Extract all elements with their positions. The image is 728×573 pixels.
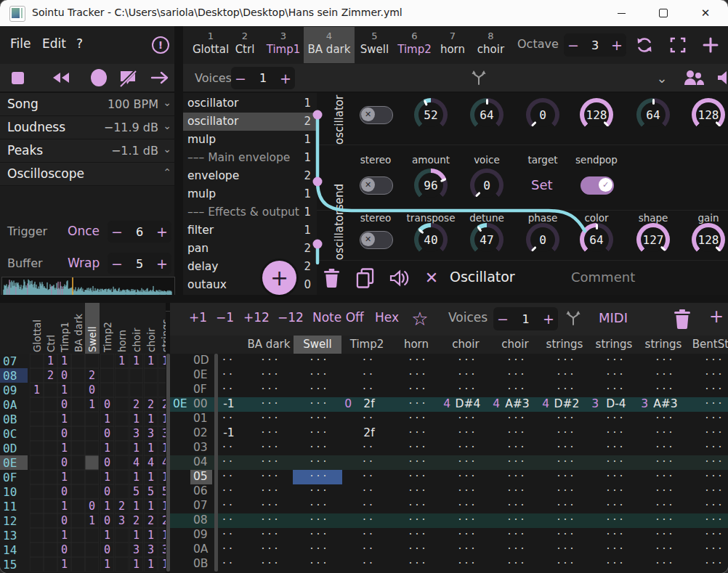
note-track-header-choir[interactable]: choir <box>490 338 540 351</box>
order-cell[interactable]: 1 <box>158 499 166 513</box>
note-empty-cell[interactable]: ··· <box>551 441 583 454</box>
note-empty-cell[interactable]: ··· <box>403 354 434 367</box>
order-cell[interactable] <box>115 557 129 572</box>
order-row-id[interactable]: 14 <box>0 542 28 557</box>
order-column-header-ba dark[interactable]: BA dark <box>71 304 86 352</box>
order-cell[interactable] <box>100 354 114 368</box>
order-cell[interactable]: 2 <box>158 397 166 412</box>
note-empty-cell[interactable]: ··· <box>304 557 336 570</box>
order-cell[interactable]: 1 <box>115 354 129 368</box>
note-empty-cell[interactable]: ··· <box>304 397 336 410</box>
order-cell[interactable]: 1 <box>144 412 158 426</box>
order-column-header-glottal[interactable]: Glottal <box>30 304 44 352</box>
order-cell[interactable]: 1 <box>144 499 158 513</box>
order-cell[interactable] <box>85 455 99 470</box>
order-cell[interactable]: 0 <box>57 542 71 557</box>
note-row-number[interactable]: 06 <box>193 484 208 497</box>
order-cell[interactable] <box>44 470 57 484</box>
order-column-header-swell[interactable]: Swell <box>85 304 100 352</box>
order-row-id[interactable]: 0B <box>0 412 28 426</box>
note-empty-cell[interactable]: ··· <box>650 368 682 381</box>
order-cell[interactable] <box>71 441 85 455</box>
order-cell[interactable]: 4 <box>158 455 166 470</box>
order-cell[interactable] <box>71 426 85 441</box>
order-cell[interactable] <box>30 354 44 368</box>
order-cell[interactable] <box>71 412 85 426</box>
order-cell[interactable] <box>85 542 99 557</box>
order-cell[interactable] <box>44 412 57 426</box>
knob-value-64[interactable]: 64 <box>470 98 503 131</box>
order-cell[interactable] <box>30 499 44 513</box>
order-column-header-choir[interactable]: choir <box>129 304 144 352</box>
order-row-id[interactable]: 12 <box>0 513 28 528</box>
order-cell[interactable] <box>44 484 57 499</box>
order-row-id[interactable]: 09 <box>0 383 28 397</box>
order-cell[interactable]: 0 <box>57 484 71 499</box>
chevron-down-icon[interactable]: ⌄ <box>163 143 171 155</box>
order-cell[interactable]: 1 <box>144 470 158 484</box>
track-tab-timp2[interactable]: 6Timp2 <box>395 27 434 63</box>
order-cell[interactable]: 1 <box>158 470 166 484</box>
order-cell[interactable]: 1 <box>100 441 114 455</box>
note-empty-cell[interactable]: ··· <box>304 528 336 541</box>
order-cell[interactable] <box>71 455 85 470</box>
order-cell[interactable]: 5 <box>129 484 143 499</box>
order-cell[interactable] <box>44 441 57 455</box>
panel-row-peaks[interactable]: Peaks−1.1 dB⌄ <box>0 139 174 163</box>
order-cell[interactable]: 3 <box>158 426 166 441</box>
note-row-number[interactable]: 04 <box>193 455 208 468</box>
order-cell[interactable] <box>85 484 99 499</box>
note-row-number[interactable]: 02 <box>193 426 208 439</box>
order-cell[interactable]: 0 <box>100 397 114 412</box>
order-cell[interactable]: 0 <box>100 426 114 441</box>
unit-comment-input[interactable]: Comment <box>571 269 635 285</box>
trigger-plus-button[interactable]: + <box>153 224 171 240</box>
note-empty-cell[interactable]: ··· <box>501 383 533 396</box>
note-row-number[interactable]: 05 <box>193 470 208 483</box>
unit-list-item-2[interactable]: mulp1 <box>183 131 317 149</box>
note-value[interactable]: D#4 <box>452 397 484 410</box>
note-value[interactable]: 2f <box>353 397 385 410</box>
order-cell[interactable]: 1 <box>158 441 166 455</box>
order-cell[interactable] <box>30 397 44 412</box>
order-cell[interactable]: 1 <box>57 354 71 368</box>
note-empty-cell[interactable]: ··· <box>650 528 682 541</box>
note-value[interactable]: D#2 <box>551 397 583 410</box>
toggle-stereo[interactable]: ✕ <box>360 176 393 195</box>
track-tab-horn[interactable]: 7horn <box>434 27 471 63</box>
pattern-button-+1[interactable]: +1 <box>189 310 207 325</box>
note-track-header-strings[interactable]: strings <box>589 338 639 351</box>
order-cell[interactable] <box>30 542 44 557</box>
order-cell[interactable]: 1 <box>100 499 114 513</box>
order-cell[interactable] <box>30 455 44 470</box>
note-empty-cell[interactable]: ··· <box>600 426 632 439</box>
note-row-number[interactable]: 0B <box>193 557 209 570</box>
order-cell[interactable] <box>85 354 99 368</box>
note-empty-cell[interactable]: ··· <box>452 484 484 497</box>
note-empty-cell[interactable]: ··· <box>452 426 484 439</box>
note-empty-cell[interactable]: ··· <box>501 455 533 468</box>
close-button[interactable]: ✕ <box>689 0 722 26</box>
order-row-id[interactable]: 10 <box>0 484 28 499</box>
note-value[interactable]: A#3 <box>650 397 682 410</box>
buffer-plus-button[interactable]: + <box>153 256 171 272</box>
note-empty-cell[interactable]: ··· <box>551 470 583 483</box>
note-row-number[interactable]: 0D <box>193 354 209 367</box>
note-empty-cell[interactable]: ··· <box>600 412 632 425</box>
note-empty-cell[interactable]: ··· <box>699 455 728 468</box>
note-empty-cell[interactable]: ··· <box>699 426 728 439</box>
note-empty-cell[interactable]: ··· <box>255 441 287 454</box>
note-empty-cell[interactable]: ··· <box>304 455 336 468</box>
order-cell[interactable]: 2 <box>129 397 143 412</box>
note-empty-cell[interactable]: ··· <box>255 484 287 497</box>
order-cell[interactable]: 0 <box>57 368 71 383</box>
note-empty-cell[interactable]: ·· <box>353 542 385 556</box>
pattern-button-−12[interactable]: −12 <box>278 310 304 325</box>
note-empty-cell[interactable]: ··· <box>650 470 682 483</box>
unit-solo-icon[interactable] <box>388 268 410 288</box>
note-empty-cell[interactable]: ··· <box>551 412 583 425</box>
order-cell[interactable] <box>44 513 57 528</box>
note-empty-cell[interactable]: ··· <box>452 542 484 556</box>
order-cell[interactable]: 1 <box>57 499 71 513</box>
note-empty-cell[interactable]: ··· <box>452 412 484 425</box>
